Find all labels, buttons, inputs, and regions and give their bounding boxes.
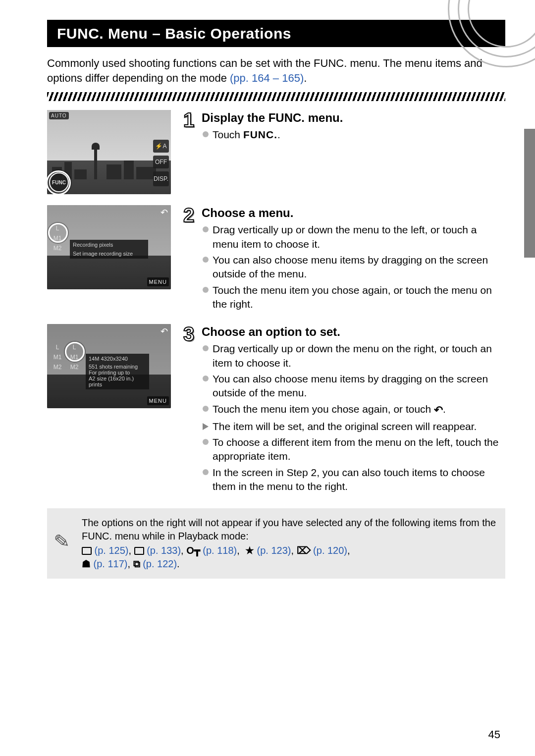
section-tab [524, 129, 535, 258]
note-link[interactable]: (p. 133) [144, 545, 181, 556]
note-link[interactable]: (p. 118) [200, 545, 237, 556]
detail-title: 14M 4320x3240 [89, 356, 146, 362]
step-2-bullet: You can also choose menu items by draggi… [202, 253, 505, 281]
bullet-tail: . [277, 129, 280, 140]
note-link[interactable]: (p. 122) [140, 558, 177, 569]
back-icon: ↶ [160, 326, 168, 337]
left-menu-strip: L M1 M2 [50, 344, 65, 405]
highlight-ring [47, 170, 71, 194]
page-number: 45 [488, 728, 500, 741]
step-2-bullet: Touch the menu item you chose again, or … [202, 283, 505, 312]
func-label: FUNC. [243, 129, 277, 140]
menu-button: MENU [147, 277, 169, 286]
tag-icon: ☗ [82, 558, 91, 569]
flash-icon: ⚡A [153, 140, 169, 153]
mode-indicator: AUTO [49, 112, 69, 119]
title-decoration [426, 10, 510, 57]
disp-button: DISP. [153, 171, 169, 186]
step-3-bullet: Touch the menu item you chose again, or … [202, 402, 505, 418]
step-number-2: 2 [181, 205, 197, 313]
detail-sub: A2 size (16x20 in.) prints [89, 376, 146, 387]
note-link[interactable]: (p. 120) [311, 545, 347, 556]
bullet-tail: . [443, 403, 446, 415]
intro-tail: . [304, 72, 307, 84]
intro-paragraph: Commonly used shooting functions can be … [47, 56, 505, 85]
step-3-bullet: In the screen in Step 2, you can also to… [202, 466, 505, 494]
step-3-bullet: Drag vertically up or down the menu on t… [202, 342, 505, 370]
step-3-thumbnail: ↶ L M1 M2 L M1 M2 14M 4320x3240 551 sh [47, 324, 171, 408]
step-1-title: Display the FUNC. menu. [202, 111, 505, 125]
back-icon: ↶ [160, 207, 168, 218]
step-1: AUTO ⚡A OFF DISP. FUNC 1 Display the FUN… [47, 110, 505, 194]
print-icon [134, 547, 144, 555]
intro-page-link[interactable]: (pp. 164 – 165) [230, 72, 304, 84]
camera-screenshot-2: ↶ L M1 M2 Recording pixels Set image rec… [47, 205, 171, 289]
step-2-bullet: Drag vertically up or down the menu to t… [202, 223, 505, 251]
note-text: The options on the right will not appear… [82, 516, 496, 543]
rotate-icon [82, 547, 92, 555]
camera-screenshot-3: ↶ L M1 M2 L M1 M2 14M 4320x3240 551 sh [47, 324, 171, 408]
step-number-3: 3 [181, 324, 197, 495]
divider-hatch [47, 92, 505, 101]
protect-icon: O┳ [186, 545, 200, 556]
erase-icon: ⌦ [297, 545, 311, 556]
step-3-bullet: To choose a different item from the menu… [202, 435, 505, 464]
step-1-bullet-1: Touch FUNC.. [202, 128, 505, 142]
bullet-text: Touch the menu item you chose again, or … [213, 403, 434, 415]
step-3-result: The item will be set, and the original s… [202, 420, 505, 433]
menu-item: L [56, 344, 59, 351]
note-link[interactable]: (p. 125) [92, 545, 128, 556]
menu-item: M1 [54, 354, 62, 361]
detail-box: 14M 4320x3240 551 shots remaining For pr… [86, 354, 149, 389]
note-box: ✎ The options on the right will not appe… [47, 508, 505, 579]
pencil-icon: ✎ [53, 529, 71, 555]
step-2: ↶ L M1 M2 Recording pixels Set image rec… [47, 205, 505, 313]
return-icon: ↶ [434, 403, 443, 418]
detail-sub: Set image recording size [73, 251, 145, 257]
page-title: FUNC. Menu – Basic Operations [57, 25, 291, 42]
menu-item: M2 [54, 364, 62, 371]
bullet-text: Touch [213, 129, 243, 140]
menu-item: M2 [70, 364, 79, 371]
detail-sub: 551 shots remaining [89, 364, 146, 370]
title-bar: FUNC. Menu – Basic Operations [47, 20, 505, 47]
category-icon: ⧉ [133, 558, 140, 569]
step-3: ↶ L M1 M2 L M1 M2 14M 4320x3240 551 sh [47, 324, 505, 495]
step-2-thumbnail: ↶ L M1 M2 Recording pixels Set image rec… [47, 205, 171, 289]
menu-item: M2 [54, 245, 62, 252]
note-link[interactable]: (p. 123) [254, 545, 291, 556]
step-number-1: 1 [181, 110, 197, 144]
step-3-title: Choose an option to set. [202, 325, 505, 339]
camera-screenshot-1: AUTO ⚡A OFF DISP. FUNC [47, 110, 171, 194]
off-icon: OFF [153, 156, 169, 168]
menu-button: MENU [147, 396, 169, 405]
step-3-bullet: You can also choose menu items by draggi… [202, 372, 505, 400]
favorite-icon: ★ [245, 545, 254, 556]
detail-box: Recording pixels Set image recording siz… [70, 240, 148, 259]
step-2-title: Choose a menu. [202, 206, 505, 220]
detail-sub: For printing up to [89, 370, 146, 376]
manual-page: FUNC. Menu – Basic Operations Commonly u… [0, 0, 535, 756]
steps-container: AUTO ⚡A OFF DISP. FUNC 1 Display the FUN… [47, 110, 505, 495]
step-1-thumbnail: AUTO ⚡A OFF DISP. FUNC [47, 110, 171, 194]
detail-title: Recording pixels [73, 242, 145, 248]
note-link[interactable]: (p. 117) [91, 558, 127, 569]
